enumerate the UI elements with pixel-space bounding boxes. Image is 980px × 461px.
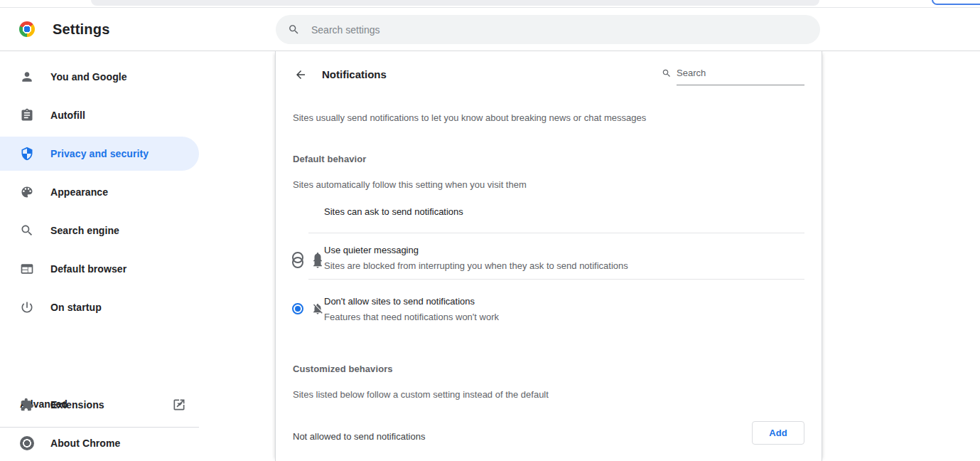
- customized-behaviors-heading: Customized behaviors: [293, 364, 393, 374]
- notifications-intro-text: Sites usually send notifications to let …: [293, 112, 790, 124]
- shield-icon: [20, 147, 34, 161]
- clipboard-icon: [20, 108, 34, 122]
- default-behavior-heading: Default behavior: [293, 154, 366, 164]
- sidebar-item-label: Extensions: [50, 399, 104, 410]
- settings-search-placeholder: Search settings: [311, 24, 380, 36]
- notifications-settings-card: Notifications Search Sites usually send …: [275, 51, 822, 461]
- sidebar-item-privacy-and-security[interactable]: Privacy and security: [0, 137, 199, 171]
- section-title: Notifications: [322, 68, 387, 80]
- settings-sidebar: You and Google Autofill Privacy and secu…: [0, 51, 213, 461]
- sidebar-item-autofill[interactable]: Autofill: [0, 98, 199, 132]
- browser-button-remnant[interactable]: [932, 0, 980, 5]
- power-icon: [20, 300, 34, 314]
- browser-address-bar-remnant[interactable]: [91, 0, 819, 6]
- search-icon: [662, 68, 672, 78]
- sidebar-item-label: You and Google: [50, 71, 127, 83]
- radio-dont-allow[interactable]: [292, 303, 303, 314]
- sidebar-item-extensions[interactable]: Extensions: [0, 388, 199, 422]
- open-in-new-icon: [172, 398, 186, 412]
- not-allowed-row-label: Not allowed to send notifications: [293, 431, 425, 442]
- page-search-field[interactable]: Search: [662, 67, 798, 87]
- option-label[interactable]: Don't allow sites to send notifications: [324, 296, 475, 307]
- page-search-placeholder: Search: [677, 68, 706, 78]
- chrome-logo-icon: [19, 21, 35, 37]
- sidebar-item-label: Appearance: [50, 186, 108, 198]
- sidebar-item-search-engine[interactable]: Search engine: [0, 213, 199, 248]
- browser-window-icon: [20, 262, 34, 276]
- search-icon: [288, 23, 300, 36]
- bell-off-icon: [311, 302, 324, 315]
- row-divider: [308, 233, 804, 233]
- sidebar-item-about-chrome[interactable]: About Chrome: [0, 426, 199, 460]
- customized-behaviors-description: Sites listed below follow a custom setti…: [293, 389, 549, 400]
- sidebar-item-label: Search engine: [50, 225, 119, 236]
- arrow-back-icon: [294, 68, 307, 81]
- puzzle-icon: [20, 398, 34, 412]
- sidebar-item-label: On startup: [50, 302, 102, 313]
- default-behavior-description: Sites automatically follow this setting …: [293, 179, 527, 190]
- sidebar-item-label: Privacy and security: [50, 148, 149, 159]
- sidebar-item-default-browser[interactable]: Default browser: [0, 252, 199, 286]
- sidebar-item-label: Default browser: [50, 263, 126, 275]
- person-icon: [20, 70, 34, 84]
- option-label[interactable]: Use quieter messaging: [324, 245, 419, 256]
- page-title: Settings: [53, 20, 110, 38]
- search-underline: [677, 85, 804, 85]
- row-divider: [308, 279, 804, 280]
- sidebar-item-on-startup[interactable]: On startup: [0, 290, 199, 324]
- sidebar-item-appearance[interactable]: Appearance: [0, 175, 199, 209]
- option-description: Sites are blocked from interrupting you …: [324, 260, 628, 272]
- option-label[interactable]: Sites can ask to send notifications: [324, 206, 463, 218]
- sidebar-item-you-and-google[interactable]: You and Google: [0, 60, 199, 94]
- palette-icon: [20, 185, 34, 199]
- radio-quieter-messaging[interactable]: [292, 252, 303, 263]
- settings-header: Settings Search settings: [0, 8, 980, 51]
- settings-search-box[interactable]: Search settings: [276, 15, 820, 44]
- add-button[interactable]: Add: [752, 421, 804, 445]
- chrome-settings-screen: Settings Search settings You and Google …: [0, 0, 980, 461]
- back-button[interactable]: [290, 64, 311, 85]
- magnifier-icon: [20, 223, 34, 238]
- sidebar-item-label: About Chrome: [50, 438, 120, 449]
- chrome-icon: [20, 436, 34, 450]
- sidebar-item-label: Autofill: [50, 110, 85, 121]
- option-description: Features that need notifications won't w…: [324, 312, 499, 323]
- bell-icon: [311, 251, 324, 264]
